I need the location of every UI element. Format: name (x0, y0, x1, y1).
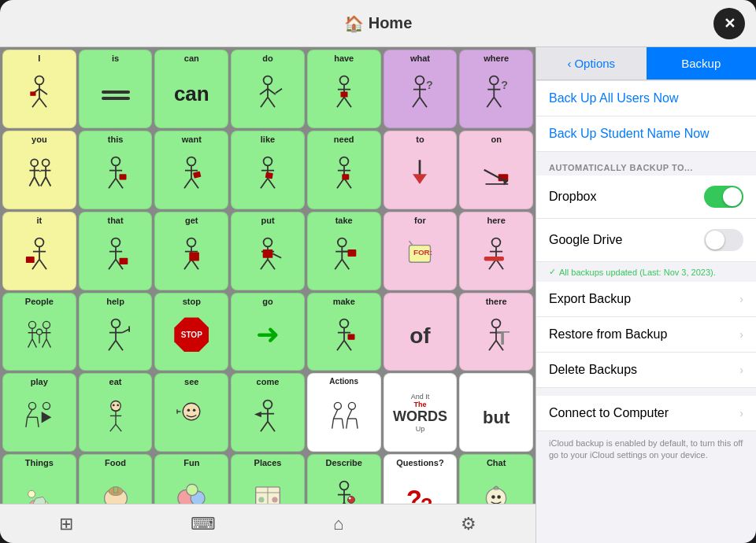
svg-point-32 (31, 160, 38, 167)
home-title: 🏠 Home (344, 14, 413, 33)
stop-sign-icon: STOP (174, 317, 209, 352)
dropbox-label: Dropbox (549, 190, 596, 204)
svg-point-37 (42, 160, 49, 167)
cell-can[interactable]: can can (154, 50, 228, 128)
svg-text:?: ? (427, 79, 434, 91)
svg-point-206 (497, 495, 501, 499)
cell-do[interactable]: do (231, 50, 305, 128)
options-tab-label: Options (574, 57, 615, 70)
options-panel: ‹ Options Backup Back Up All Users Now B… (536, 47, 756, 543)
google-drive-row: Google Drive (536, 219, 756, 262)
cell-have[interactable]: have (307, 50, 381, 128)
svg-line-175 (342, 419, 343, 429)
cell-go[interactable]: go ➜ (231, 293, 305, 371)
cell-play[interactable]: play (2, 373, 76, 452)
backup-all-users-row[interactable]: Back Up All Users Now (536, 80, 756, 116)
cell-is[interactable]: is (79, 50, 153, 128)
svg-line-59 (268, 179, 275, 189)
connect-computer-row[interactable]: Connect to Computer › (536, 396, 756, 431)
cell-of[interactable]: of of (384, 293, 458, 371)
cell-where[interactable]: where ? (459, 50, 533, 128)
cell-there[interactable]: there (459, 293, 533, 371)
svg-rect-48 (119, 174, 126, 179)
cell-this[interactable]: this (79, 131, 153, 209)
svg-line-88 (184, 260, 191, 270)
cell-like[interactable]: like (231, 131, 305, 209)
svg-point-205 (491, 495, 495, 499)
svg-point-189 (187, 484, 198, 495)
svg-line-149 (26, 417, 28, 427)
backup-student-row[interactable]: Back Up Student Name Now (536, 116, 756, 152)
cell-little-words[interactable]: And It The WORDS Up (384, 373, 458, 452)
svg-point-201 (349, 497, 351, 499)
cell-make[interactable]: make (307, 293, 381, 371)
google-drive-toggle[interactable] (704, 229, 743, 251)
grid-icon[interactable]: ⊞ (59, 514, 73, 534)
keyboard-icon[interactable]: ⌨ (191, 514, 216, 534)
svg-point-124 (36, 329, 42, 334)
svg-point-152 (110, 401, 120, 411)
cell-but[interactable]: but but (459, 373, 533, 452)
svg-rect-186 (113, 486, 117, 492)
dropbox-toggle[interactable] (704, 186, 743, 208)
delete-backups-row[interactable]: Delete Backups › (536, 353, 756, 388)
svg-line-29 (487, 98, 494, 108)
settings-icon[interactable]: ⚙ (461, 514, 476, 534)
svg-point-91 (264, 238, 272, 247)
svg-line-107 (410, 241, 413, 245)
cell-on[interactable]: on (459, 131, 533, 209)
cell-want[interactable]: want (154, 131, 228, 209)
export-backup-row[interactable]: Export Backup › (536, 282, 756, 317)
options-back-tab[interactable]: ‹ Options (536, 47, 647, 79)
svg-point-200 (347, 496, 354, 503)
svg-line-23 (413, 98, 420, 108)
home-bottom-icon[interactable]: ⌂ (333, 514, 343, 534)
cell-eat[interactable]: eat (79, 373, 153, 452)
svg-point-153 (113, 404, 115, 406)
restore-backup-label: Restore from Backup (549, 327, 667, 342)
svg-point-0 (35, 76, 43, 85)
cell-here[interactable]: here (459, 212, 533, 290)
svg-line-169 (268, 421, 275, 431)
svg-line-150 (37, 417, 39, 427)
cell-people[interactable]: People (2, 293, 76, 371)
svg-point-161 (193, 408, 196, 412)
cell-take[interactable]: take (307, 212, 381, 290)
export-backup-label: Export Backup (549, 292, 631, 306)
cell-that[interactable]: that (79, 212, 153, 290)
cell-for[interactable]: for FOR: (384, 212, 458, 290)
page-title: Home (369, 14, 413, 32)
cell-see[interactable]: see (154, 373, 228, 452)
svg-point-154 (117, 404, 119, 406)
cell-you[interactable]: you (2, 131, 76, 209)
svg-line-65 (344, 179, 351, 189)
cell-to[interactable]: to (384, 131, 458, 209)
svg-line-157 (109, 424, 115, 431)
restore-backup-row[interactable]: Restore from Backup › (536, 317, 756, 353)
cell-i[interactable]: I (2, 50, 76, 128)
svg-line-82 (109, 260, 116, 270)
svg-line-123 (46, 339, 50, 348)
delete-backups-chevron: › (739, 364, 743, 376)
auto-backup-section-header: AUTOMATICALLY BACKUP TO... (536, 152, 756, 175)
close-button[interactable]: ✕ (713, 8, 745, 39)
delete-backups-label: Delete Backups (549, 363, 637, 377)
cell-need[interactable]: need (307, 131, 381, 209)
backup-tab[interactable]: Backup (647, 47, 757, 79)
svg-rect-6 (30, 92, 35, 96)
cell-come[interactable]: come (231, 373, 305, 452)
cell-stop[interactable]: stop STOP (154, 293, 228, 371)
cell-actions[interactable]: Actions (307, 373, 381, 452)
cell-put[interactable]: put (231, 212, 305, 290)
cell-get[interactable]: get (154, 212, 228, 290)
cell-what[interactable]: what ? (384, 50, 458, 128)
svg-line-129 (109, 341, 116, 351)
dropbox-row: Dropbox (536, 175, 756, 219)
cell-it[interactable]: it (2, 212, 76, 290)
svg-rect-54 (193, 172, 202, 179)
svg-point-139 (492, 320, 501, 328)
svg-point-7 (264, 76, 272, 85)
svg-rect-66 (342, 174, 349, 179)
svg-line-172 (333, 409, 337, 419)
cell-help[interactable]: help (79, 293, 153, 371)
